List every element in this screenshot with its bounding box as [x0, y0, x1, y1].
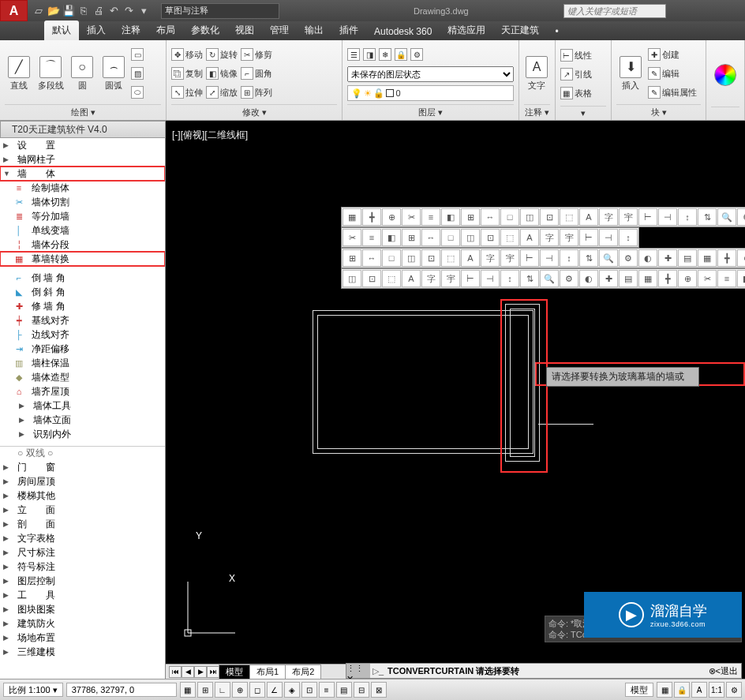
toolbar-button-icon[interactable]: ⚙	[619, 249, 638, 267]
t20-item[interactable]: ▶墙体工具	[0, 399, 165, 413]
status-ann-icon[interactable]: 🔒	[674, 682, 690, 698]
toolbar-button-icon[interactable]: ◧	[441, 208, 460, 226]
qp-toggle-icon[interactable]: ⊟	[354, 682, 369, 698]
t20-palette-title[interactable]: T20天正建筑软件 V4.0	[0, 121, 166, 138]
toolbar-button-icon[interactable]: ╋	[717, 249, 736, 267]
tab-output[interactable]: 输出	[297, 21, 331, 40]
qat-more-icon[interactable]: ▾	[137, 5, 150, 17]
tab-parametric[interactable]: 参数化	[183, 21, 227, 40]
ellipse-button[interactable]: ⬭	[131, 84, 144, 101]
toolbar-button-icon[interactable]: ▦	[638, 270, 657, 287]
toolbar-button-icon[interactable]: ⊢	[638, 208, 657, 226]
toolbar-button-icon[interactable]: ◐	[579, 270, 598, 287]
toolbar-button-icon[interactable]: ≡	[421, 208, 440, 226]
toolbar-button-icon[interactable]: 字	[599, 208, 618, 226]
toolbar-button-icon[interactable]: 宇	[500, 249, 519, 267]
t20-item[interactable]: ▶三维建模	[0, 645, 165, 659]
status-scale[interactable]: 比例 1:100 ▾	[3, 683, 63, 697]
t20-item[interactable]: ▶文字表格	[0, 531, 165, 545]
toolbar-button-icon[interactable]: ⊡	[421, 249, 440, 267]
toolbar-button-icon[interactable]: ▦	[343, 208, 361, 226]
toolbar-button-icon[interactable]: ⬚	[441, 249, 460, 267]
toolbar-button-icon[interactable]: ⬚	[500, 229, 519, 246]
toolbar-button-icon[interactable]: ▤	[678, 249, 697, 267]
panel-modify-title[interactable]: 修改 ▾	[171, 104, 337, 120]
layer-iso-icon[interactable]: ◨	[363, 48, 376, 61]
toolbar-button-icon[interactable]: ↔	[481, 208, 500, 226]
copy-button[interactable]: ⿻复制	[171, 65, 203, 82]
t20-item[interactable]: ╎墙体分段	[0, 238, 165, 252]
t20-item[interactable]: ▶尺寸标注	[0, 545, 165, 560]
toolbar-button-icon[interactable]: ⚙	[560, 270, 578, 287]
toolbar-button-icon[interactable]: □	[441, 229, 460, 246]
t20-item[interactable]: ▶设 置	[0, 138, 165, 152]
text-button[interactable]: A文字	[524, 56, 550, 92]
dyn-toggle-icon[interactable]: ⊡	[301, 682, 317, 698]
polyline-button[interactable]: ⌒多段线	[36, 56, 65, 92]
mirror-button[interactable]: ◧镜像	[206, 65, 238, 82]
qat-redo-icon[interactable]: ↷	[122, 5, 135, 17]
panel-annot-title[interactable]: 注释 ▾	[524, 104, 550, 120]
t20-item[interactable]: ▶识别内外	[0, 427, 165, 441]
block-insert-button[interactable]: ⬇插入	[616, 56, 645, 92]
toolbar-button-icon[interactable]: ▤	[619, 270, 638, 287]
tab-model[interactable]: 模型	[219, 664, 250, 679]
toolbar-button-icon[interactable]: ≡	[717, 270, 736, 287]
toolbar-button-icon[interactable]: A	[402, 270, 421, 287]
view-label[interactable]: [-][俯视][二维线框]	[172, 129, 248, 142]
qat-open-icon[interactable]: 📂	[47, 5, 60, 17]
ortho-toggle-icon[interactable]: ∟	[215, 682, 230, 698]
toolbar-button-icon[interactable]: ◧	[737, 270, 745, 287]
command-line[interactable]: ⋮⋮ ✕ ▷_ TCONVERTCURTAIN 请选择要转 ⊗<退出	[346, 663, 742, 679]
toolbar-button-icon[interactable]: ◫	[461, 229, 480, 246]
toolbar-button-icon[interactable]: ⇅	[698, 208, 717, 226]
fillet-button[interactable]: ⌐圆角	[241, 65, 272, 82]
qat-plot-icon[interactable]: 🖨	[92, 5, 105, 17]
drawing-canvas[interactable]: [-][俯视][二维线框] 请选择要转换为玻璃幕墙的墙或 ▦╋⊕✂≡◧⊞↔□◫⊡…	[166, 121, 745, 679]
toolbar-button-icon[interactable]: ↕	[500, 270, 519, 287]
panel-layers-title[interactable]: 图层 ▾	[347, 104, 513, 120]
layer-freeze-icon[interactable]: ❄	[379, 48, 391, 61]
line-button[interactable]: ╱直线	[5, 56, 33, 92]
search-input[interactable]	[563, 4, 666, 18]
t20-item[interactable]: ≣等分加墙	[0, 209, 165, 223]
toolbar-button-icon[interactable]: ⊞	[402, 229, 421, 246]
tab-default[interactable]: 默认	[44, 21, 79, 40]
leader-button[interactable]: ↗引线	[560, 66, 592, 83]
toolbar-button-icon[interactable]: ⊣	[599, 229, 618, 246]
toolbar-button-icon[interactable]: 宇	[560, 229, 578, 246]
layer-current-dropdown[interactable]: 💡 ☀ 🔓 0	[347, 85, 513, 101]
tab-layout1[interactable]: 布局1	[249, 664, 286, 679]
toolbar-button-icon[interactable]: ⊡	[362, 270, 381, 287]
tab-nav-last-icon[interactable]: ⏭	[207, 666, 219, 678]
toolbar-button-icon[interactable]: ↕	[560, 249, 578, 267]
tab-layout2[interactable]: 布局2	[285, 664, 321, 679]
ducs-toggle-icon[interactable]: ◈	[284, 682, 300, 698]
toolbar-button-icon[interactable]: 🔍	[599, 249, 618, 267]
block-create-button[interactable]: ✚创建	[648, 46, 697, 63]
toolbar-button-icon[interactable]: ✂	[402, 208, 421, 226]
toolbar-button-icon[interactable]: A	[461, 249, 480, 267]
toolbar-button-icon[interactable]: ◐	[638, 249, 657, 267]
move-button[interactable]: ✥移动	[171, 46, 203, 63]
cmdline-text[interactable]: TCONVERTCURTAIN 请选择要转	[386, 665, 706, 677]
toolbar-button-icon[interactable]: ⊣	[540, 249, 559, 267]
qat-new-icon[interactable]: ▱	[32, 5, 45, 17]
sc-toggle-icon[interactable]: ⊠	[371, 682, 387, 698]
toolbar-button-icon[interactable]: ↔	[421, 229, 440, 246]
toolbar-button-icon[interactable]: A	[520, 229, 539, 246]
tab-nav-first-icon[interactable]: ⏮	[169, 666, 182, 678]
toolbar-button-icon[interactable]: ✂	[698, 270, 717, 287]
t20-item[interactable]: ▶房间屋顶	[0, 474, 165, 489]
panel-draw-title[interactable]: 绘图 ▾	[5, 104, 161, 120]
t20-item[interactable]: ▶墙体立面	[0, 413, 165, 427]
tab-nav-prev-icon[interactable]: ◀	[182, 666, 194, 678]
t20-item[interactable]: ├边线对齐	[0, 328, 165, 342]
panel-block-title[interactable]: 块 ▾	[616, 104, 701, 120]
snap-toggle-icon[interactable]: ▦	[180, 682, 196, 698]
toolbar-button-icon[interactable]: 宇	[441, 270, 460, 287]
t20-item[interactable]: ▶图层控制	[0, 574, 165, 588]
toolbar-button-icon[interactable]: ◫	[343, 270, 361, 287]
toolbar-button-icon[interactable]: ◫	[402, 249, 421, 267]
tab-featured[interactable]: 精选应用	[440, 21, 493, 40]
